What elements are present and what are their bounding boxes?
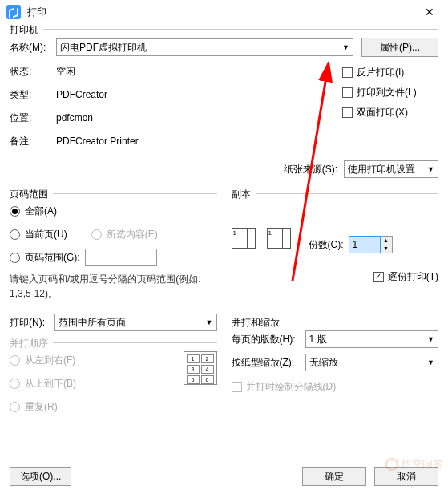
copies-count-label: 份数(C):	[309, 238, 344, 252]
print-order-legend: 并打顺序	[10, 337, 53, 350]
chevron-down-icon: ▼	[427, 335, 434, 343]
comment-value: PDFCreator Printer	[56, 136, 342, 147]
print-what-select[interactable]: 范围中所有页面▼	[54, 314, 217, 331]
type-label: 类型:	[10, 88, 56, 102]
scale-to-paper-select[interactable]: 无缩放▼	[305, 354, 439, 371]
reverse-print-checkbox[interactable]: 反片打印(I)	[342, 66, 438, 79]
chevron-down-icon: ▼	[427, 165, 434, 173]
print-to-file-checkbox[interactable]: 打印到文件(L)	[342, 86, 438, 99]
printer-group: 打印机 名称(M): 闪电PDF虚拟打印机▼ 属性(P)... 状态:空闲 类型…	[10, 29, 438, 188]
spin-up-icon[interactable]: ▲	[381, 237, 392, 245]
page-range-group: 页码范围 全部(A) 当前页(U) 所选内容(E) 页码范围(G): 请键入页码…	[10, 193, 217, 306]
printer-legend: 打印机	[10, 23, 43, 37]
zoom-legend: 并打和缩放	[232, 316, 285, 330]
pages-per-sheet-select[interactable]: 1 版▼	[305, 330, 439, 348]
watermark: 悟空问答	[385, 457, 443, 472]
order-repeat-radio: 重复(R)	[10, 400, 58, 414]
scale-to-paper-label: 按纸型缩放(Z):	[232, 356, 305, 370]
range-selection-radio: 所选内容(E)	[91, 228, 158, 241]
app-logo-icon	[6, 5, 21, 19]
type-value: PDFCreator	[56, 89, 342, 100]
collate-checkbox[interactable]: ✓逐份打印(T)	[373, 270, 438, 284]
comment-label: 备注:	[10, 135, 56, 148]
where-value: pdfcmon	[56, 112, 342, 124]
range-pages-radio[interactable]: 页码范围(G):	[10, 251, 80, 265]
order-tb-radio: 从上到下(B)	[10, 377, 76, 391]
collate-preview-icon: 123 1	[232, 228, 262, 261]
printer-name-select[interactable]: 闪电PDF虚拟打印机▼	[56, 38, 353, 56]
paper-source-label: 纸张来源(S):	[284, 163, 337, 176]
pages-per-sheet-label: 每页的版数(H):	[232, 333, 305, 346]
copies-input[interactable]	[349, 236, 381, 253]
close-icon[interactable]: ✕	[418, 6, 442, 18]
where-label: 位置:	[10, 111, 56, 125]
collate-preview-icon: 123 1	[267, 228, 297, 261]
ok-button[interactable]: 确定	[302, 467, 366, 486]
range-current-radio[interactable]: 当前页(U)	[10, 228, 67, 241]
watermark-logo-icon	[385, 458, 398, 471]
page-range-input[interactable]	[85, 249, 157, 266]
draw-separator-checkbox: 并打时绘制分隔线(D)	[232, 380, 337, 394]
status-value: 空闲	[56, 65, 342, 79]
printer-name-label: 名称(M):	[10, 41, 56, 55]
page-range-legend: 页码范围	[10, 188, 53, 201]
duplex-checkbox[interactable]: 双面打印(X)	[342, 106, 438, 119]
status-label: 状态:	[10, 65, 56, 79]
zoom-group: 并打和缩放 每页的版数(H): 1 版▼ 按纸型缩放(Z): 无缩放▼ 并打时绘…	[232, 322, 439, 406]
page-range-hint: 请键入页码和/或用逗号分隔的页码范围(例如: 1,3,5-12)。	[10, 272, 217, 301]
copies-spinner[interactable]: ▲▼	[349, 236, 393, 253]
chevron-down-icon: ▼	[427, 358, 434, 366]
chevron-down-icon: ▼	[342, 43, 349, 51]
print-what-label: 打印(N):	[10, 316, 54, 330]
chevron-down-icon: ▼	[206, 318, 213, 326]
order-preview-icon: 123456	[184, 351, 217, 385]
order-lr-radio: 从左到右(F)	[10, 354, 75, 367]
range-all-radio[interactable]: 全部(A)	[10, 204, 57, 218]
paper-source-select[interactable]: 使用打印机设置▼	[344, 160, 438, 178]
options-button[interactable]: 选项(O)...	[10, 467, 71, 486]
print-order-group: 并打顺序 从左到右(F) 从上到下(B) 重复(R) 123456	[10, 342, 217, 426]
window-title: 打印	[27, 6, 418, 19]
copies-legend: 副本	[232, 188, 256, 201]
spin-down-icon[interactable]: ▼	[381, 245, 392, 253]
copies-group: 副本 123 1 123 1 份数(C): ▲▼	[232, 193, 439, 310]
properties-button[interactable]: 属性(P)...	[361, 38, 438, 57]
